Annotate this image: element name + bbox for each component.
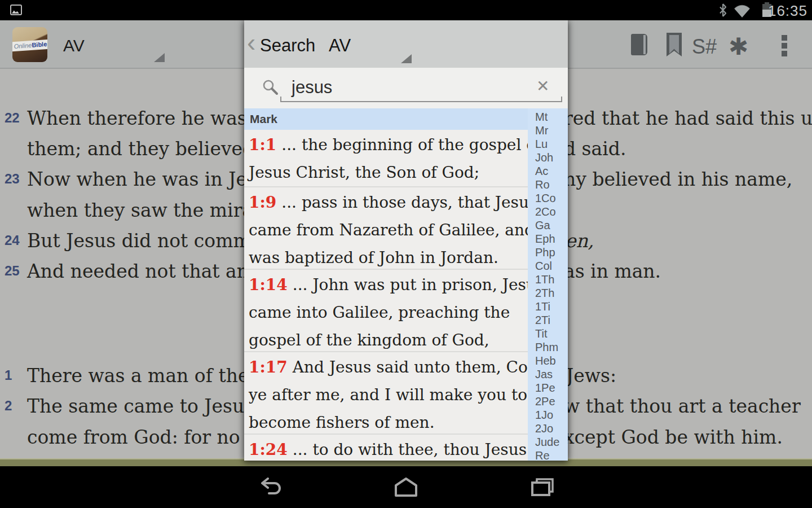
book-index-item[interactable]: Lu [528, 137, 568, 151]
nav-back-button[interactable] [248, 474, 293, 500]
book-index-item[interactable]: Eph [528, 232, 568, 246]
dialog-version-spinner[interactable]: AV [329, 36, 351, 56]
app-logo[interactable]: OnlineBible [12, 27, 47, 62]
result-row[interactable]: 1:17And Jesus said unto them, Come ye af… [244, 352, 528, 435]
book-index-item[interactable]: Phm [528, 340, 568, 354]
result-row[interactable]: 1:14... John was put in prison, Jesus ca… [244, 270, 528, 352]
status-clock: 16:35 [768, 2, 807, 20]
back-chevron-icon[interactable]: ‹ [247, 29, 255, 55]
clear-search-icon[interactable]: ✕ [536, 77, 549, 95]
search-results-list: 1:1... the beginning of the gospel of Je… [244, 130, 528, 461]
book-index-item[interactable]: 1Co [528, 191, 568, 205]
book-index-item[interactable]: 1Th [528, 273, 568, 286]
verse-line: when they saw the miracle [0, 195, 244, 226]
verse-line: 23Now when he was in Jerusa [0, 164, 244, 195]
verse-line: 25And needed not that any sh [0, 256, 244, 287]
book-index-item[interactable]: Heb [528, 354, 568, 367]
dialog-version-spinner-triangle-icon[interactable] [401, 54, 412, 63]
dialog-title[interactable]: Search [260, 36, 315, 56]
book-index-item[interactable]: Jude [528, 435, 568, 449]
book-index-item[interactable]: 1Pe [528, 381, 568, 395]
nav-recents-button[interactable] [520, 474, 565, 500]
bookmark-icon[interactable] [667, 33, 682, 56]
result-row[interactable]: 1:24... to do with thee, thou Jesus of [244, 435, 528, 461]
screenshot-notification-icon [10, 5, 22, 15]
book-index-item[interactable]: Mr [528, 124, 568, 137]
verse-ref: 1:1 [249, 135, 276, 154]
bluetooth-icon [718, 3, 727, 19]
search-section: jesus ✕ [244, 68, 568, 108]
search-input-underline [280, 97, 562, 102]
book-section-header: Mark [244, 108, 528, 130]
result-row[interactable]: 1:9... pass in those days, that Jesus ca… [244, 187, 528, 270]
result-row[interactable]: 1:1... the beginning of the gospel of Je… [244, 130, 528, 187]
nav-home-button[interactable] [383, 474, 429, 500]
verse-ref: 1:17 [249, 358, 288, 376]
android-nav-bar [0, 466, 812, 508]
verse-line: 2The same came to Jesus by [0, 391, 244, 422]
book-index-item[interactable]: Ac [528, 164, 568, 178]
status-bar: 16:35 [0, 0, 812, 20]
search-input[interactable]: jesus [292, 77, 332, 98]
verse-line: 1There was a man of the Pha [0, 361, 244, 391]
version-spinner-triangle-icon[interactable] [154, 53, 165, 62]
verse-ref: 1:24 [249, 440, 288, 459]
book-index-item[interactable]: Mt [528, 110, 568, 124]
search-dialog: ‹ Search AV jesus ✕ Mark 1:1... the begi… [244, 20, 568, 461]
asterisk-icon[interactable]: ✱ [729, 33, 748, 60]
book-index-item[interactable]: Tit [528, 327, 568, 340]
search-icon [262, 79, 279, 98]
book-index-item[interactable]: 2Jo [528, 422, 568, 435]
verse-ref: 1:14 [249, 275, 288, 294]
book-index-item[interactable]: Re [528, 449, 568, 461]
overflow-menu-icon[interactable] [782, 35, 787, 56]
library-book-icon[interactable] [631, 34, 647, 55]
book-index-item[interactable]: Col [528, 259, 568, 273]
book-index-item[interactable]: Php [528, 246, 568, 259]
book-index-item[interactable]: Joh [528, 151, 568, 164]
book-index-item[interactable]: 2Pe [528, 395, 568, 408]
book-index-item[interactable]: Ro [528, 178, 568, 191]
verse-ref: 1:9 [249, 193, 276, 212]
book-index-item[interactable]: 2Co [528, 205, 568, 218]
wifi-icon [733, 4, 751, 20]
app-logo-text: OnlineBible [12, 40, 47, 52]
book-index-item[interactable]: 2Ti [528, 313, 568, 327]
book-index-item[interactable]: Ga [528, 218, 568, 232]
book-index-scroller[interactable]: Mt Mr Lu Joh Ac Ro 1Co 2Co Ga Eph Php Co… [528, 108, 568, 461]
book-index-item[interactable]: Jas [528, 367, 568, 381]
verse-line: come from God: for no mar [0, 422, 244, 453]
book-index-item[interactable]: 1Jo [528, 408, 568, 422]
version-spinner[interactable]: AV [63, 36, 85, 55]
search-dialog-header: ‹ Search AV [244, 20, 568, 68]
book-index-item[interactable]: 1Ti [528, 300, 568, 313]
verse-line: them; and they believed th [0, 134, 244, 164]
strongs-numbers-button[interactable]: S# [692, 35, 717, 59]
search-results-area: Mark 1:1... the beginning of the gospel … [244, 108, 568, 461]
verse-line: 22When therefore he was rise [0, 103, 244, 134]
book-index-item[interactable]: 2Th [528, 286, 568, 300]
verse-line: 24But Jesus did not commit hi [0, 226, 244, 256]
